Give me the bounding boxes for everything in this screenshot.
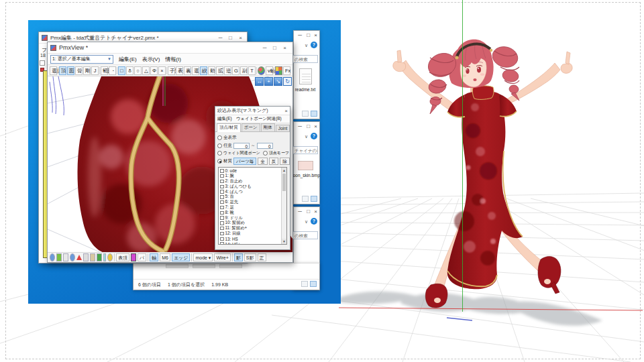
close-icon[interactable]: ×: [284, 108, 288, 114]
range-from-input[interactable]: 0: [233, 143, 250, 149]
display-toggle-button[interactable]: [97, 253, 102, 261]
search-input[interactable]: の検索: [292, 55, 318, 63]
ribbon-chevron-icon[interactable]: ∨: [305, 134, 308, 139]
maximize-icon[interactable]: □: [307, 32, 310, 39]
display-toggle-button[interactable]: エッジ: [172, 253, 191, 261]
dialog-tab[interactable]: 頂点/材質: [217, 123, 241, 132]
tool-button[interactable]: 選択: [50, 66, 57, 75]
scroll-up-icon[interactable]: ▲: [282, 168, 286, 173]
checkbox[interactable]: [220, 190, 224, 194]
minimize-icon[interactable]: ─: [298, 208, 302, 215]
thumbnail-view-icon[interactable]: [310, 281, 317, 287]
tool-button[interactable]: v軸: [266, 66, 273, 75]
material-list[interactable]: 0: ude 1: 腕 2: 首止め 3: ぱんつひも: [218, 167, 287, 245]
list-scrollbar[interactable]: ▲ ▼: [281, 168, 286, 244]
view-nav-button[interactable]: ↔: [255, 77, 264, 86]
checkbox[interactable]: [220, 211, 224, 215]
checkbox[interactable]: [220, 216, 224, 220]
ribbon-chevron-icon[interactable]: ∨: [305, 219, 308, 225]
tool-button[interactable]: 副: [240, 66, 248, 75]
display-toggle-button[interactable]: [148, 253, 148, 261]
ribbon-chevron-icon[interactable]: ∨: [305, 43, 308, 48]
display-toggle-button[interactable]: S影: [244, 253, 256, 261]
radio-vertex-morph[interactable]: [263, 151, 268, 156]
menu-edit[interactable]: 編集(E): [119, 56, 137, 63]
tool-button[interactable]: J: [91, 66, 99, 75]
display-toggle-button[interactable]: Wire+: [214, 253, 230, 261]
tool-button[interactable]: 面: [67, 66, 74, 75]
view-nav-button[interactable]: +: [264, 77, 273, 86]
explorer-window-2[interactable]: ─ □ × ∨ ? チャイナの検索 toon_skin.bmp: [293, 121, 320, 204]
tool-button[interactable]: ×: [158, 66, 166, 75]
scroll-thumb[interactable]: [282, 174, 286, 191]
display-toggle-button[interactable]: [70, 253, 75, 261]
close-icon[interactable]: ×: [280, 45, 290, 51]
checkbox[interactable]: [220, 232, 224, 236]
display-toggle-button[interactable]: [103, 253, 106, 261]
text-file-icon[interactable]: [299, 68, 312, 84]
tool-button[interactable]: [275, 66, 282, 75]
dialog-tab[interactable]: 剛体: [261, 123, 275, 131]
view-nav-button[interactable]: ↻: [283, 77, 292, 86]
minimize-icon[interactable]: ─: [260, 45, 270, 51]
close-icon[interactable]: ×: [314, 32, 317, 39]
tool-button[interactable]: [256, 67, 257, 74]
scroll-down-icon[interactable]: ▼: [282, 239, 286, 244]
masking-dialog[interactable]: 絞込み表示(マスキング) × 編集(E) ウェイトボーン関連(B) 頂点/材質ボ…: [215, 106, 290, 250]
checkbox[interactable]: [220, 206, 224, 210]
explorer-window-1[interactable]: ─ □ × ∨ ? の検索 readme.txt: [293, 30, 320, 119]
display-toggle-button[interactable]: [191, 253, 192, 261]
maximize-icon[interactable]: □: [307, 123, 310, 130]
tool-button[interactable]: 頂: [59, 66, 66, 75]
dialog-tab[interactable]: ボーン: [241, 123, 260, 131]
display-toggle-button[interactable]: [63, 253, 68, 261]
radio-range[interactable]: [217, 143, 222, 148]
tool-button[interactable]: 絞: [200, 66, 207, 75]
material-list-item[interactable]: 13: HS: [219, 236, 286, 241]
tool-button[interactable]: [258, 66, 265, 75]
display-toggle-button[interactable]: [114, 253, 115, 261]
thumbnail-view-icon[interactable]: [311, 111, 317, 117]
invert-button[interactable]: 反: [269, 158, 279, 165]
display-toggle-button[interactable]: 軸: [150, 253, 158, 261]
close-icon[interactable]: ×: [235, 35, 246, 41]
close-icon[interactable]: ×: [314, 123, 317, 130]
tool-button[interactable]: [99, 67, 100, 74]
radio-weight-bone[interactable]: [217, 151, 222, 156]
display-toggle-button[interactable]: 影: [234, 253, 243, 261]
tool-button[interactable]: [166, 67, 167, 74]
details-view-icon[interactable]: [302, 111, 309, 117]
display-toggle-button[interactable]: パ: [138, 253, 146, 261]
display-toggle-button[interactable]: mode ▾: [193, 253, 213, 261]
checkbox[interactable]: [220, 169, 224, 173]
checkbox[interactable]: [220, 185, 224, 189]
tool-button[interactable]: 拡: [216, 66, 223, 75]
display-toggle-button[interactable]: [107, 253, 113, 261]
close-icon[interactable]: ×: [314, 208, 317, 215]
tool-button[interactable]: 選: [192, 66, 199, 75]
help-icon[interactable]: ?: [311, 218, 317, 225]
checkbox[interactable]: [220, 237, 224, 241]
minimize-icon[interactable]: ─: [298, 32, 302, 39]
tool-button[interactable]: [58, 67, 58, 74]
tool-button[interactable]: 逆: [224, 66, 231, 75]
material-list-item[interactable]: 14: HS+: [219, 241, 286, 245]
side-button[interactable]: [40, 60, 45, 66]
checkbox[interactable]: [220, 180, 224, 184]
search-input[interactable]: の検索: [292, 231, 318, 239]
minimize-icon[interactable]: ─: [215, 35, 225, 41]
tool-button[interactable]: 範囲: [101, 66, 108, 75]
checkbox[interactable]: [220, 195, 224, 199]
thumbnail-view-icon[interactable]: [311, 196, 317, 202]
per-parts-button[interactable]: パーツ毎: [233, 158, 256, 165]
menu-info[interactable]: 情報(I): [165, 56, 181, 63]
display-toggle-button[interactable]: [232, 253, 233, 261]
select-all-button[interactable]: 全: [258, 158, 268, 165]
tool-button[interactable]: [117, 67, 117, 74]
file-label[interactable]: toon_skin.bmp: [291, 173, 321, 178]
display-toggle-button[interactable]: [76, 255, 82, 260]
tool-button[interactable]: 子窓: [168, 66, 175, 75]
range-to-input[interactable]: 0: [257, 143, 273, 149]
help-icon[interactable]: ?: [311, 42, 317, 48]
minimize-icon[interactable]: ─: [298, 123, 302, 130]
